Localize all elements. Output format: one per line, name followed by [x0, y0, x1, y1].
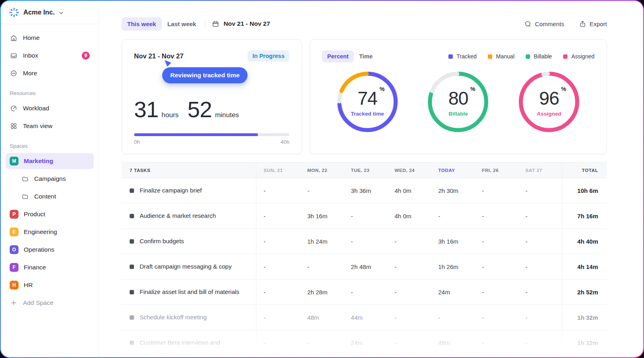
sidebar-item-label: Content [34, 193, 56, 200]
workload-gauge-icon [10, 104, 18, 112]
plus-icon [10, 299, 18, 307]
sidebar-item-workload[interactable]: Workload [6, 100, 94, 116]
summary-date-range: Nov 21 - Nov 27 [134, 52, 184, 60]
row-total: 4h 14m [562, 254, 607, 279]
legend-assigned: Assigned [563, 53, 594, 60]
scale-min-label: 0h [134, 139, 140, 145]
sidebar-nav: Home Inbox 9 [1, 24, 99, 311]
sidebar-item-inbox[interactable]: Inbox 9 [6, 48, 94, 64]
home-icon [10, 34, 18, 42]
legend-swatch-billable [526, 54, 530, 59]
main-content: This week Last week Nov 21 - Nov 27 [99, 1, 643, 357]
cursor-tooltip: Reviewing tracked time [162, 59, 248, 83]
sidebar-space-hr[interactable]: H HR [6, 277, 94, 293]
date-range-picker[interactable]: Nov 21 - Nov 27 [212, 20, 270, 28]
inbox-icon [10, 52, 18, 60]
sidebar-item-label: Inbox [23, 52, 38, 59]
toggle-percent[interactable]: Percent [322, 50, 354, 62]
task-status-icon [130, 214, 134, 218]
col-tue: TUE, 23 [344, 168, 387, 173]
task-status-icon [130, 315, 134, 320]
donut-tracked-time: 74% Tracked time [335, 70, 400, 134]
table-row[interactable]: Draft campaign messaging & copy - - 2h 4… [122, 254, 607, 279]
date-range-label: Nov 21 - Nov 27 [223, 20, 270, 27]
toolbar-divider [205, 20, 205, 28]
app-window: Acme Inc. Home [1, 1, 643, 357]
space-badge: F [10, 263, 19, 272]
toggle-time[interactable]: Time [354, 50, 378, 62]
tab-this-week[interactable]: This week [122, 17, 162, 31]
legend-swatch-assigned [563, 54, 568, 59]
col-sat: SAT 27 [518, 168, 562, 173]
tracked-time-value: 31 hours 52 minutes [134, 96, 245, 122]
col-sun: SUN, 21 [256, 168, 300, 173]
sidebar-item-label: Home [23, 34, 39, 41]
sidebar-folder-campaigns[interactable]: Campaigns [6, 171, 94, 187]
tab-last-week[interactable]: Last week [162, 17, 202, 31]
workspace-switcher[interactable]: Acme Inc. [1, 1, 99, 24]
task-status-icon [130, 188, 134, 193]
export-label: Export [590, 21, 607, 27]
sidebar-item-more[interactable]: More [6, 65, 94, 81]
sidebar-space-finance[interactable]: F Finance [6, 259, 94, 275]
table-row[interactable]: Finalize campaign brief - - 3h 36m 4h 0m… [122, 178, 607, 203]
sidebar-space-marketing[interactable]: M Marketing [6, 153, 94, 169]
sidebar-space-operations[interactable]: O Operations [6, 242, 94, 258]
task-name: Draft campaign messaging & copy [140, 263, 231, 271]
table-row[interactable]: Schedule kickoff meeting - 48m 44m - - -… [122, 305, 607, 330]
legend-swatch-manual [488, 54, 492, 59]
table-row[interactable]: Audience & market research - 3h 16m - 4h… [122, 203, 607, 229]
workspace-logo-icon [9, 7, 19, 18]
sidebar-item-label: Workload [23, 105, 49, 112]
table-row[interactable]: Finalize asset list and bill of material… [122, 279, 607, 305]
sidebar-item-label: Operations [24, 246, 54, 253]
minutes-unit: minutes [215, 111, 239, 119]
percentages-card: Percent Time Tracked Manual [310, 39, 607, 154]
sidebar-folder-content[interactable]: Content [6, 188, 94, 205]
space-badge: H [10, 281, 19, 290]
table-row[interactable]: Customer Beta interviews and - - 24m - 4… [122, 330, 607, 356]
col-total: TOTAL [562, 163, 607, 178]
row-total: 4h 40m [562, 229, 607, 254]
minutes-value: 52 [188, 96, 212, 122]
row-total: 1h 32m [562, 305, 607, 330]
hours-value: 31 [134, 96, 158, 122]
space-badge: M [10, 157, 19, 166]
space-badge: O [10, 245, 19, 254]
table-row[interactable]: Confirm budgets - 1h 24m - - 3h 16m - - … [122, 229, 607, 254]
row-total: 10h 6m [562, 178, 607, 203]
comment-icon [524, 20, 532, 28]
task-status-icon [130, 290, 134, 294]
legend-swatch-tracked [448, 54, 453, 59]
chevron-down-icon [59, 10, 64, 15]
col-fri: FRI, 26 [475, 168, 518, 173]
export-button[interactable]: Export [579, 20, 607, 28]
status-badge: In Progress [248, 50, 289, 62]
legend-tracked: Tracked [448, 53, 477, 60]
scale-max-label: 40h [281, 139, 289, 145]
inbox-unread-badge: 9 [82, 52, 90, 60]
sidebar-space-product[interactable]: P Product [6, 206, 94, 222]
add-space-button[interactable]: Add Space [6, 295, 94, 311]
col-mon: MON, 22 [300, 168, 343, 173]
comments-button[interactable]: Comments [524, 20, 564, 28]
sidebar-space-engineering[interactable]: E Engineering [6, 224, 94, 240]
space-badge: P [10, 210, 19, 219]
resources-section-label: Resources [6, 83, 94, 100]
tooltip-label: Reviewing tracked time [162, 67, 248, 83]
task-name: Customer Beta interviews and [140, 339, 220, 347]
sidebar-item-label: Engineering [24, 228, 57, 236]
sidebar-item-team-view[interactable]: Team view [6, 118, 94, 134]
donut-billable: 80% Billable [426, 70, 490, 134]
task-name: Audience & market research [140, 212, 216, 220]
sidebar-item-label: Team view [23, 122, 52, 130]
workspace-name: Acme Inc. [23, 8, 55, 16]
tasks-count-header: 7 TASKS [122, 163, 256, 178]
legend-billable: Billable [526, 53, 552, 60]
week-progress-fill [134, 133, 258, 136]
table-header: 7 TASKS SUN, 21 MON, 22 TUE, 23 WED, 24 … [122, 162, 607, 178]
task-status-icon [130, 341, 134, 345]
sidebar-item-home[interactable]: Home [6, 30, 94, 46]
export-icon [579, 20, 586, 28]
tracked-time-summary-card: Nov 21 - Nov 27 In Progress Reviewing tr… [122, 39, 302, 154]
